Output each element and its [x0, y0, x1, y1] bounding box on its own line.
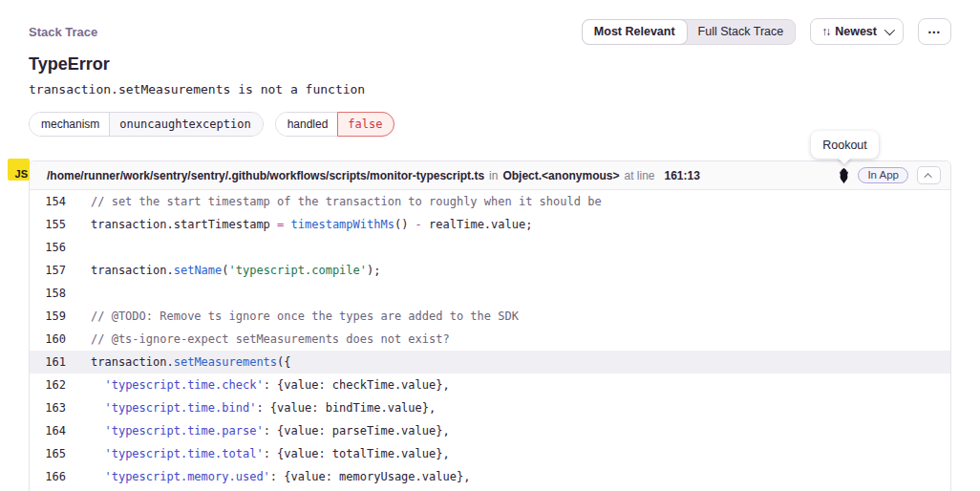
code-text: // @ts-ignore-expect setMeasurements doe… [66, 328, 450, 351]
code-line: 156 [30, 236, 950, 259]
line-number: 157 [30, 259, 66, 282]
tags-row: mechanism onuncaughtexception handled fa… [29, 112, 394, 137]
frame-file-path: /home/runner/work/sentry/sentry/.github/… [47, 169, 484, 182]
line-number: 166 [30, 465, 66, 488]
line-number: 159 [30, 305, 66, 328]
error-message: transaction.setMeasurements is not a fun… [29, 82, 365, 96]
tag-value: onuncaughtexception [109, 113, 262, 136]
code-line: 166 'typescript.memory.used': {value: me… [30, 465, 950, 488]
code-line: 165 'typescript.time.total': {value: tot… [30, 442, 950, 465]
line-number: 164 [30, 419, 66, 442]
code-line: 164 'typescript.time.parse': {value: par… [30, 419, 950, 442]
code-text: 'typescript.time.bind': {value: bindTime… [66, 396, 436, 419]
segment-most-relevant[interactable]: Most Relevant [582, 19, 688, 45]
line-number: 162 [30, 374, 66, 396]
frame-in-word: in [489, 169, 498, 182]
frame-header-right: In App [839, 166, 941, 184]
chevron-up-icon [924, 173, 931, 181]
more-options-button[interactable]: ⋯ [918, 18, 951, 45]
code-line: 159// @TODO: Remove ts ignore once the t… [30, 305, 950, 328]
code-text: 'typescript.time.parse': {value: parseTi… [66, 419, 450, 442]
code-text: 'typescript.time.check': {value: checkTi… [66, 374, 450, 396]
code-text [66, 282, 91, 305]
code-text: transaction.startTimestamp = timestampWi… [66, 213, 532, 236]
in-app-badge: In App [858, 167, 908, 183]
line-number: 156 [30, 236, 66, 259]
sort-arrows-icon: ↑↓ [821, 25, 829, 38]
stack-trace-controls: Most Relevant Full Stack Trace ↑↓ Newest… [582, 18, 951, 45]
code-text [66, 236, 91, 259]
section-title: Stack Trace [29, 25, 97, 39]
code-line: 154// set the start timestamp of the tra… [30, 190, 950, 213]
rookout-icon[interactable] [839, 168, 849, 183]
line-number: 161 [30, 351, 66, 374]
code-lines: 154// set the start timestamp of the tra… [30, 190, 950, 488]
frame-line-column: 161:13 [665, 169, 700, 182]
tag-handled[interactable]: handled false [275, 112, 395, 137]
code-text: // set the start timestamp of the transa… [66, 190, 602, 213]
line-number: 158 [30, 282, 66, 305]
line-number: 165 [30, 442, 66, 465]
sort-newest-dropdown[interactable]: ↑↓ Newest [810, 18, 904, 45]
stack-frame: /home/runner/work/sentry/sentry/.github/… [29, 160, 951, 491]
tag-key: mechanism [30, 113, 109, 136]
rookout-tooltip: Rookout [811, 131, 879, 159]
code-text: 'typescript.memory.used': {value: memory… [66, 465, 470, 488]
line-number: 154 [30, 190, 66, 213]
tag-value: false [337, 112, 394, 137]
code-line: 163 'typescript.time.bind': {value: bind… [30, 396, 950, 419]
code-text: transaction.setMeasurements({ [66, 351, 291, 374]
frame-header[interactable]: /home/runner/work/sentry/sentry/.github/… [30, 161, 950, 190]
error-type-title: TypeError [29, 54, 110, 75]
ellipsis-icon: ⋯ [927, 24, 942, 39]
tooltip-label: Rookout [822, 139, 867, 152]
code-text: // @TODO: Remove ts ignore once the type… [66, 305, 519, 328]
frame-function-name: Object.<anonymous> [502, 169, 619, 182]
view-segmented-control: Most Relevant Full Stack Trace [582, 19, 796, 45]
code-line: 157transaction.setName('typescript.compi… [30, 259, 950, 282]
tag-key: handled [276, 113, 338, 136]
frame-at-line-word: at line [624, 169, 654, 182]
collapse-frame-button[interactable] [917, 166, 941, 184]
line-number: 163 [30, 396, 66, 419]
code-line: 162 'typescript.time.check': {value: che… [30, 374, 950, 396]
sort-label: Newest [835, 25, 877, 38]
tag-mechanism[interactable]: mechanism onuncaughtexception [29, 112, 264, 137]
chevron-down-icon [884, 25, 895, 35]
javascript-language-badge: JS [8, 159, 30, 181]
code-text: transaction.setName('typescript.compile'… [66, 259, 380, 282]
code-line: 160// @ts-ignore-expect setMeasurements … [30, 328, 950, 351]
code-line: 155transaction.startTimestamp = timestam… [30, 213, 950, 236]
code-line: 158 [30, 282, 950, 305]
line-number: 155 [30, 213, 66, 236]
code-text: 'typescript.time.total': {value: totalTi… [66, 442, 450, 465]
code-line: 161transaction.setMeasurements({ [30, 351, 950, 374]
segment-full-stack-trace[interactable]: Full Stack Trace [686, 19, 797, 45]
line-number: 160 [30, 328, 66, 351]
